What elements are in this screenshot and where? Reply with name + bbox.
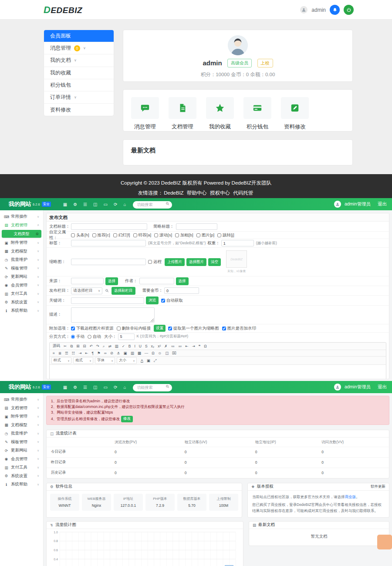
user-avatar[interactable] bbox=[300, 6, 308, 13]
menu-item[interactable]: ✎模板管理∨ bbox=[0, 438, 43, 447]
source-input[interactable] bbox=[71, 278, 104, 284]
navbar-icon[interactable]: ▦ bbox=[63, 202, 67, 207]
footer-link-help[interactable]: 帮助中心 bbox=[187, 190, 207, 195]
editor-tool-button[interactable]: — bbox=[143, 350, 150, 356]
opt-watermark-checkbox[interactable]: 图片是否加水印 bbox=[222, 326, 257, 331]
attr-checkbox[interactable]: 头条[h] bbox=[71, 232, 89, 238]
weight-input[interactable] bbox=[221, 240, 254, 246]
source-choose-button[interactable]: 选择 bbox=[105, 277, 118, 285]
editor-tool-button[interactable]: ❝ bbox=[197, 344, 202, 349]
menu-item[interactable]: ▥支付工具∨ bbox=[0, 463, 43, 472]
editor-tool-button[interactable]: ⌧ bbox=[171, 350, 178, 356]
editor-tool-button[interactable]: ✂ bbox=[62, 344, 68, 349]
sidebar-item-favorites[interactable]: 我的收藏 bbox=[44, 67, 114, 79]
site-name[interactable]: 我的网站 bbox=[9, 200, 31, 208]
column-select[interactable]: 请选择栏目∨ bbox=[71, 287, 102, 294]
notice-modify-button[interactable]: 修改 bbox=[121, 416, 133, 422]
navbar-icon[interactable]: ▭ bbox=[104, 385, 108, 390]
paging-manual-radio[interactable]: 手动 bbox=[71, 334, 84, 340]
sidebar-item-profile-edit[interactable]: 资料修改 bbox=[44, 104, 114, 116]
navbar-icon[interactable]: ▭ bbox=[104, 202, 108, 207]
menu-item[interactable]: ⌨常用操作∨ bbox=[0, 395, 43, 404]
quick-action-tile[interactable]: 积分钱包 bbox=[243, 97, 271, 131]
attr-checkbox[interactable]: 加粗[b] bbox=[175, 232, 193, 238]
quick-action-tile[interactable]: 消息管理 bbox=[131, 97, 159, 131]
menu-item[interactable]: ▣附件管理∨ bbox=[0, 239, 43, 247]
sidebar-item-orders[interactable]: 订单详情∨ bbox=[44, 91, 114, 104]
opt-download-remote-checkbox[interactable]: 下载远程图片和资源 bbox=[71, 326, 114, 331]
footer-link-code[interactable]: 代码托管 bbox=[233, 190, 253, 195]
menu-item-documents[interactable]: ▤文档管理∧ bbox=[0, 221, 43, 230]
editor-tool-button[interactable]: x² bbox=[156, 344, 162, 349]
editor-tool-button[interactable]: ⊞ bbox=[75, 344, 81, 349]
menu-item[interactable]: ▤文档管理∨ bbox=[0, 404, 43, 413]
editor-tool-button[interactable]: ≡ bbox=[51, 350, 56, 356]
quick-action-tile[interactable]: 资料修改 bbox=[281, 97, 309, 131]
editor-dropdown[interactable]: 格式▾ bbox=[73, 357, 93, 364]
navbar-icon[interactable]: ◫ bbox=[93, 385, 97, 390]
dedebiz-logo[interactable]: DEDEBIZ bbox=[44, 0, 82, 20]
editor-tool-button[interactable]: Ω bbox=[150, 350, 155, 356]
editor-tool-button[interactable]: ✓ bbox=[121, 344, 126, 349]
menu-item[interactable]: ▣附件管理∨ bbox=[0, 412, 43, 421]
upload-image-button[interactable]: 上传图片 bbox=[165, 258, 185, 266]
editor-tool-button[interactable]: ≣ bbox=[57, 350, 63, 356]
navbar-icon[interactable]: ◫ bbox=[93, 202, 97, 207]
size-input[interactable] bbox=[118, 334, 135, 340]
editor-tool-button[interactable]: ⚑ bbox=[96, 350, 102, 356]
editor-tool-button[interactable]: ⊟ bbox=[81, 344, 87, 349]
editor-tool-button[interactable]: ▣ bbox=[122, 350, 128, 356]
sidebar-item-my-docs[interactable]: 我的文档∨ bbox=[44, 54, 114, 67]
menu-item[interactable]: ◷批量维护∨ bbox=[0, 429, 43, 438]
auto-fetch-checkbox[interactable]: 自动获取 bbox=[161, 298, 183, 303]
editor-tool-button[interactable]: ⚓ bbox=[115, 350, 122, 356]
clear-button[interactable]: 清空 bbox=[208, 258, 221, 266]
remote-checkbox[interactable]: 远程 bbox=[148, 259, 162, 265]
notification-bell-button[interactable] bbox=[330, 5, 340, 15]
menu-item[interactable]: ▥支付工具∨ bbox=[0, 290, 43, 298]
quick-action-tile[interactable]: 文档管理 bbox=[169, 97, 196, 131]
logout-link[interactable]: 退出 bbox=[378, 201, 387, 207]
options-set-button[interactable]: 设置 bbox=[154, 325, 166, 332]
admin-username[interactable]: admin管理员 bbox=[345, 201, 371, 207]
editor-tool-button[interactable]: ∞ bbox=[103, 350, 108, 356]
editor-tool-button[interactable]: ☰ bbox=[64, 350, 70, 356]
submenu-item-doc-type-active[interactable]: 文档类型⊕ bbox=[2, 230, 41, 238]
footer-link-license[interactable]: 授权中心 bbox=[210, 190, 230, 195]
fullscreen-button[interactable]: ⤢ bbox=[152, 358, 158, 364]
sidebar-item-wallet[interactable]: 积分钱包 bbox=[44, 79, 114, 91]
menu-item[interactable]: ◷批量维护∨ bbox=[0, 256, 43, 264]
editor-dropdown[interactable]: 大小▾ bbox=[117, 357, 137, 364]
editor-tool-button[interactable]: x₂ bbox=[150, 344, 156, 349]
logout-link[interactable]: 退出 bbox=[378, 384, 387, 390]
navbar-icon[interactable]: ⌂ bbox=[123, 385, 126, 390]
editor-tool-button[interactable]: ⊘ bbox=[109, 350, 115, 356]
navbar-icon[interactable]: ⚙ bbox=[73, 385, 77, 390]
admin-avatar[interactable] bbox=[334, 384, 341, 391]
editor-tool-button[interactable]: ⇥ bbox=[191, 344, 196, 349]
navbar-icon[interactable]: ☰ bbox=[83, 385, 87, 390]
editor-tool-button[interactable]: ☺ bbox=[157, 350, 163, 356]
menu-item[interactable]: ⟳更新网站∨ bbox=[0, 446, 43, 455]
paging-auto-radio[interactable]: 自动 bbox=[88, 334, 101, 340]
select-image-button[interactable]: 选择图片 bbox=[186, 258, 206, 266]
editor-content-area[interactable] bbox=[50, 365, 386, 379]
commercial-link[interactable]: 商业版 bbox=[345, 495, 356, 499]
editor-tool-button[interactable]: ⇤ bbox=[84, 350, 89, 356]
menu-item[interactable]: ▦文档模型∨ bbox=[0, 421, 43, 430]
editor-tool-button[interactable]: 源码 bbox=[51, 343, 61, 349]
menu-item[interactable]: ⟳更新网站∨ bbox=[0, 273, 43, 281]
menu-item[interactable]: ▦文档模型∨ bbox=[0, 247, 43, 256]
browse-button[interactable]: 浏览 bbox=[146, 296, 159, 304]
navbar-icon[interactable]: ⟳ bbox=[114, 202, 117, 207]
editor-tool-button[interactable]: ¶ bbox=[91, 350, 95, 356]
editor-tool-button[interactable]: U bbox=[138, 344, 143, 349]
editor-tool-button[interactable]: ⧉ bbox=[69, 344, 74, 349]
menu-item[interactable]: ℹ系统帮助∨ bbox=[0, 307, 43, 315]
software-update-link[interactable]: 软件更新 bbox=[371, 484, 385, 489]
sidebar-item-member-panel[interactable]: 会员面板 bbox=[44, 30, 114, 42]
editor-tool-button[interactable]: ☷ bbox=[71, 350, 77, 356]
quick-action-tile[interactable]: 我的收藏 bbox=[206, 97, 234, 131]
navbar-icon[interactable]: ⟳ bbox=[114, 385, 117, 390]
editor-dropdown[interactable]: 字体▾ bbox=[95, 357, 115, 364]
